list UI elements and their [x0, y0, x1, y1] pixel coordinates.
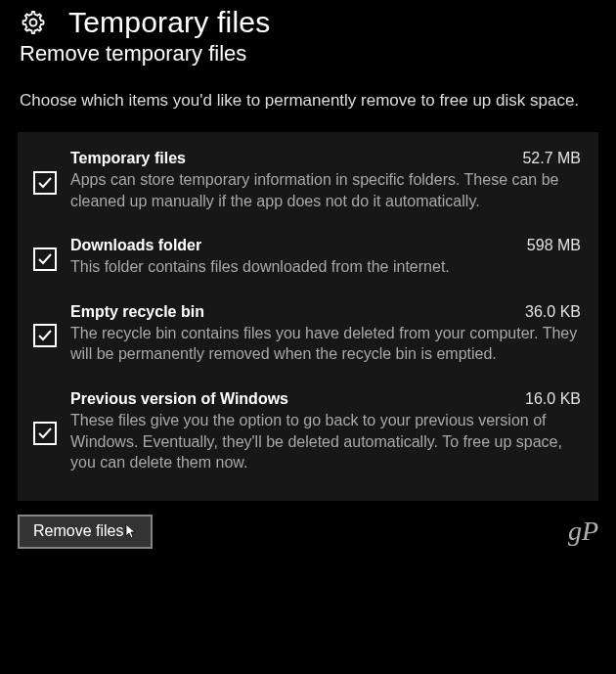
page-header: Temporary files — [0, 0, 616, 41]
item-body: Downloads folder 598 MB This folder cont… — [70, 237, 581, 278]
item-head: Empty recycle bin 36.0 KB — [70, 303, 581, 321]
item-title: Downloads folder — [70, 237, 201, 254]
svg-point-0 — [30, 20, 37, 26]
item-size: 52.7 MB — [512, 150, 581, 167]
item-size: 16.0 KB — [515, 390, 581, 408]
item-description: Apps can store temporary information in … — [70, 169, 581, 211]
item-recycle-bin[interactable]: Empty recycle bin 36.0 KB The recycle bi… — [29, 295, 585, 373]
gear-icon — [20, 9, 47, 36]
page-description: Choose which items you'd like to permane… — [0, 84, 616, 126]
button-row: Remove files gP — [0, 501, 616, 549]
remove-files-button[interactable]: Remove files — [18, 515, 153, 549]
item-body: Empty recycle bin 36.0 KB The recycle bi… — [70, 303, 581, 365]
page-title: Temporary files — [68, 6, 270, 39]
remove-button-label: Remove files — [33, 522, 123, 540]
item-head: Temporary files 52.7 MB — [70, 150, 581, 167]
item-description: The recycle bin contains files you have … — [70, 323, 581, 365]
page-subtitle: Remove temporary files — [0, 41, 616, 84]
item-description: These files give you the option to go ba… — [70, 410, 581, 473]
cursor-icon — [125, 523, 137, 539]
checkbox-recycle-bin[interactable] — [33, 324, 57, 347]
item-size: 598 MB — [517, 237, 581, 254]
item-title: Empty recycle bin — [70, 303, 204, 321]
checkbox-downloads-folder[interactable] — [33, 247, 57, 271]
checkbox-temporary-files[interactable] — [33, 171, 57, 195]
watermark: gP — [568, 516, 598, 547]
item-head: Downloads folder 598 MB — [70, 237, 581, 254]
item-head: Previous version of Windows 16.0 KB — [70, 390, 581, 408]
item-title: Temporary files — [70, 150, 186, 167]
item-temporary-files[interactable]: Temporary files 52.7 MB Apps can store t… — [29, 142, 585, 219]
item-description: This folder contains files downloaded fr… — [70, 256, 581, 278]
items-panel: Temporary files 52.7 MB Apps can store t… — [18, 132, 598, 501]
checkbox-previous-windows[interactable] — [33, 422, 57, 445]
item-downloads-folder[interactable]: Downloads folder 598 MB This folder cont… — [29, 229, 585, 286]
item-body: Previous version of Windows 16.0 KB Thes… — [70, 390, 581, 473]
item-title: Previous version of Windows — [70, 390, 288, 408]
item-body: Temporary files 52.7 MB Apps can store t… — [70, 150, 581, 211]
item-size: 36.0 KB — [515, 303, 581, 321]
item-previous-windows[interactable]: Previous version of Windows 16.0 KB Thes… — [29, 382, 585, 481]
